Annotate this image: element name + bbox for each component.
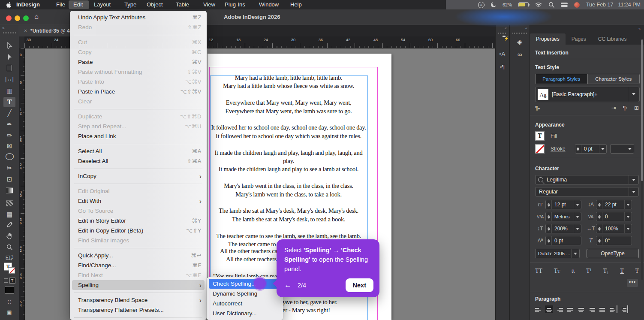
- all-caps-button[interactable]: TT: [535, 268, 542, 275]
- menu-edit[interactable]: Edit: [73, 0, 83, 9]
- search-icon[interactable]: [548, 2, 554, 8]
- paragraph-styles-icon[interactable]: ▫¶: [496, 63, 509, 70]
- tracking-field[interactable]: 0: [596, 212, 632, 221]
- menu-item-find-change[interactable]: Find/Change...⌘F: [70, 260, 207, 270]
- scissors-tool[interactable]: ✂: [3, 163, 15, 173]
- pen-tool[interactable]: ✒: [3, 119, 15, 130]
- note-tool[interactable]: ▤: [3, 209, 15, 220]
- menu-item-find-next[interactable]: Find Next⌥⌘F: [70, 270, 207, 280]
- small-caps-button[interactable]: Tᴛ: [554, 268, 560, 275]
- apply-gradient-icon[interactable]: ⛶: [3, 297, 15, 307]
- tab-close-icon[interactable]: ×: [24, 28, 27, 34]
- chevron-down-icon[interactable]: [599, 145, 606, 153]
- moon-icon[interactable]: [491, 2, 496, 7]
- menubar-clock[interactable]: 11:24 PM: [618, 2, 641, 8]
- hand-tool[interactable]: [3, 231, 15, 241]
- ruler-corner[interactable]: [19, 36, 24, 48]
- submenu-item-autocorrect[interactable]: Autocorrect: [207, 299, 283, 308]
- more-options-button[interactable]: •••: [627, 279, 638, 287]
- collapse-dock-icon[interactable]: «: [505, 26, 507, 30]
- fill-proxy-icon[interactable]: T: [535, 131, 545, 141]
- menu-plug-ins[interactable]: Plug-Ins: [225, 0, 245, 9]
- menu-item-edit-in-story-editor[interactable]: Edit in Story Editor⌘Y: [70, 216, 207, 226]
- expand-panel-icon[interactable]: »: [2, 26, 5, 30]
- font-style-select[interactable]: Regular: [535, 187, 639, 196]
- justify-all-button[interactable]: [599, 305, 607, 313]
- menu-item-step-and-repeat[interactable]: Step and Repeat...⌥⌘U: [70, 121, 207, 131]
- horizontal-scale-field[interactable]: 100%: [596, 224, 632, 233]
- menu-item-paste-in-place[interactable]: Paste in Place⌥⇧⌘V: [70, 87, 207, 97]
- back-arrow-icon[interactable]: ←: [284, 281, 292, 290]
- gap-tool[interactable]: |↔|: [3, 74, 15, 84]
- free-transform-tool[interactable]: ⊡: [3, 174, 15, 184]
- red-status-icon[interactable]: [574, 2, 580, 8]
- home-icon[interactable]: ⌂: [34, 12, 39, 21]
- line-tool[interactable]: ╱: [3, 108, 15, 118]
- align-towards-spine-button[interactable]: [609, 305, 617, 313]
- justify-last-right-button[interactable]: [588, 305, 596, 313]
- panel-grip[interactable]: [3, 32, 16, 33]
- next-button[interactable]: Next: [346, 278, 373, 292]
- zoom-window-button[interactable]: [23, 15, 29, 21]
- menu-file[interactable]: File: [56, 0, 65, 9]
- dock-grip[interactable]: [498, 33, 506, 34]
- menu-item-go-to-source[interactable]: Go To Source: [70, 206, 207, 216]
- apple-menu-icon[interactable]: [6, 1, 12, 11]
- stroke-type-dropdown[interactable]: [610, 144, 634, 154]
- chevron-down-icon[interactable]: [624, 224, 632, 233]
- wifi-icon[interactable]: [535, 2, 542, 7]
- skew-field[interactable]: 0°: [596, 236, 632, 245]
- chevron-down-icon[interactable]: [629, 187, 638, 196]
- rectangle-frame-tool[interactable]: ⊠: [3, 141, 15, 151]
- baseline-shift-field[interactable]: 0 pt: [545, 236, 581, 245]
- menu-item-transparency-flattener-presets[interactable]: Transparency Flattener Presets...: [70, 305, 207, 315]
- align-left-button[interactable]: [534, 305, 542, 313]
- vertical-scale-field[interactable]: 200%: [545, 224, 581, 233]
- content-collector-tool[interactable]: ▦: [3, 86, 15, 96]
- dock-grip[interactable]: [512, 33, 527, 34]
- menu-item-copy[interactable]: Copy⌘C: [70, 47, 207, 57]
- menu-window[interactable]: Window: [259, 0, 279, 9]
- links-icon[interactable]: ∞: [510, 51, 530, 58]
- opentype-button[interactable]: OpenType: [587, 249, 639, 258]
- collapse-dock-icon[interactable]: «: [525, 26, 527, 30]
- menu-view[interactable]: View: [203, 0, 215, 9]
- menu-item-paste-into[interactable]: Paste Into⌥⌘V: [70, 77, 207, 87]
- menu-object[interactable]: Object: [147, 0, 163, 9]
- menu-item-place-and-link[interactable]: Place and Link: [70, 131, 207, 141]
- stepper-icon[interactable]: [575, 145, 581, 153]
- menu-item-cut[interactable]: Cut⌘X: [70, 37, 207, 47]
- eyedropper-tool[interactable]: [3, 220, 15, 230]
- stroke-proxy-icon[interactable]: [535, 144, 545, 154]
- tab-properties[interactable]: Properties: [530, 33, 566, 45]
- menu-item-quick-apply[interactable]: Quick Apply...⌘↩: [70, 251, 207, 260]
- story-text-frame[interactable]: Mary had a little lamb, little lamb, lit…: [210, 74, 367, 257]
- creative-cloud-icon[interactable]: ∞: [478, 2, 485, 8]
- font-family-select[interactable]: Legitima: [535, 175, 639, 184]
- direct-selection-tool[interactable]: [3, 51, 15, 62]
- menubar-date[interactable]: Tue Feb 17: [586, 2, 613, 8]
- control-center-icon[interactable]: [561, 3, 568, 7]
- character-styles-tab[interactable]: Character Styles: [587, 74, 640, 84]
- align-center-button[interactable]: [545, 305, 553, 313]
- selection-tool[interactable]: [3, 40, 15, 51]
- submenu-item-dynamic-spelling[interactable]: Dynamic Spelling: [207, 289, 283, 299]
- menu-item-paste-without-formatting[interactable]: Paste without Formatting⇧⌘V: [70, 67, 207, 77]
- underline-button[interactable]: T: [620, 268, 624, 275]
- menu-type[interactable]: Type: [124, 0, 136, 9]
- justify-last-center-button[interactable]: [577, 305, 585, 313]
- formatting-toggles[interactable]: T: [3, 275, 15, 286]
- collapse-panel-icon[interactable]: «: [638, 27, 641, 31]
- gradient-feather-tool[interactable]: [3, 198, 15, 208]
- menu-item-transparency-blend-space[interactable]: Transparency Blend Space›: [70, 295, 207, 305]
- align-away-from-spine-button[interactable]: [620, 305, 628, 313]
- apply-color-swatch[interactable]: [3, 285, 15, 295]
- fill-stroke-proxy[interactable]: T: [3, 262, 15, 275]
- pencil-tool[interactable]: ✏: [3, 130, 15, 141]
- strikethrough-button[interactable]: T: [635, 268, 639, 275]
- swap-fill-stroke-icon[interactable]: ◱⤸: [3, 252, 15, 263]
- language-select[interactable]: Dutch: 2005 ...: [535, 249, 580, 258]
- menu-help[interactable]: Help: [290, 0, 302, 9]
- menu-item-spelling[interactable]: Spelling›: [72, 280, 205, 290]
- style-override-icon[interactable]: ¶*: [623, 105, 628, 111]
